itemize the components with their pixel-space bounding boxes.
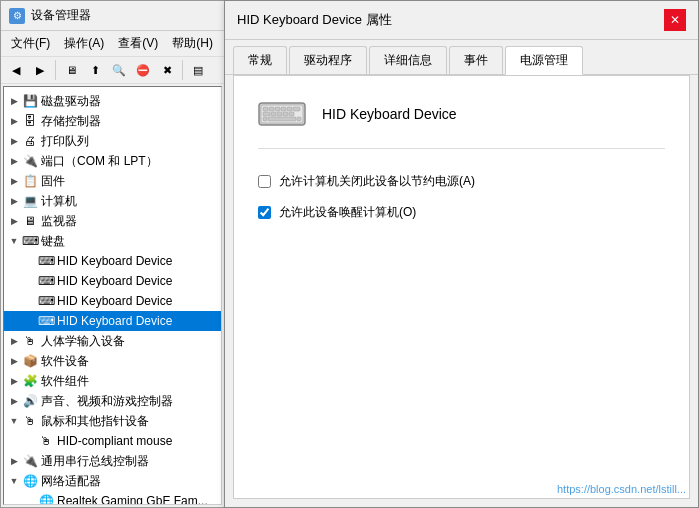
menu-help[interactable]: 帮助(H) <box>166 33 219 54</box>
tree-item-disk[interactable]: ▶💾磁盘驱动器 <box>4 91 221 111</box>
svg-rect-11 <box>283 112 288 116</box>
tree-item-print[interactable]: ▶🖨打印队列 <box>4 131 221 151</box>
tree-expand-software-device[interactable]: ▶ <box>6 353 22 369</box>
tree-item-human-input[interactable]: ▶🖱人体学输入设备 <box>4 331 221 351</box>
tree-expand-hid2 <box>22 273 38 289</box>
dialog-content: HID Keyboard Device 允许计算机关闭此设备以节约电源(A)允许… <box>233 75 690 499</box>
tree-item-firmware[interactable]: ▶📋固件 <box>4 171 221 191</box>
label-allow_computer_turn_off: 允许计算机关闭此设备以节约电源(A) <box>279 173 475 190</box>
device-name-label: HID Keyboard Device <box>322 106 457 122</box>
tree-label-hid2: HID Keyboard Device <box>57 272 172 290</box>
tree-item-hid-mouse[interactable]: 🖱HID-compliant mouse <box>4 431 221 451</box>
tree-label-mouse-parent: 鼠标和其他指针设备 <box>41 412 149 430</box>
tree-expand-audio[interactable]: ▶ <box>6 393 22 409</box>
keyboard-hid-icon: ⌨ <box>38 313 54 329</box>
tree-expand-mouse-parent[interactable]: ▼ <box>6 413 22 429</box>
tree-label-usb-serial: 通用串行总线控制器 <box>41 452 149 470</box>
tree-label-software-device: 软件设备 <box>41 352 89 370</box>
tree-item-hid3[interactable]: ⌨HID Keyboard Device <box>4 291 221 311</box>
tree-label-monitor: 监视器 <box>41 212 77 230</box>
tree-expand-usb-serial[interactable]: ▶ <box>6 453 22 469</box>
checkbox-allow_wake_computer[interactable] <box>258 206 271 219</box>
tree-expand-disk[interactable]: ▶ <box>6 93 22 109</box>
tree-item-software-component[interactable]: ▶🧩软件组件 <box>4 371 221 391</box>
watermark: https://blog.csdn.net/lstill... <box>557 483 686 495</box>
tab-详细信息[interactable]: 详细信息 <box>369 46 447 74</box>
forward-button[interactable]: ▶ <box>29 59 51 81</box>
tree-expand-port[interactable]: ▶ <box>6 153 22 169</box>
tab-驱动程序[interactable]: 驱动程序 <box>289 46 367 74</box>
svg-rect-13 <box>268 117 296 121</box>
device-header: HID Keyboard Device <box>258 96 665 149</box>
tree-expand-network-parent[interactable]: ▼ <box>6 473 22 489</box>
device-manager-title: 设备管理器 <box>31 7 91 24</box>
tree-expand-print[interactable]: ▶ <box>6 133 22 149</box>
tree-item-port[interactable]: ▶🔌端口（COM 和 LPT） <box>4 151 221 171</box>
keyboard-icon: ⌨ <box>22 233 38 249</box>
tree-item-computer[interactable]: ▶💻计算机 <box>4 191 221 211</box>
device-manager-icon: ⚙ <box>9 8 25 24</box>
label-allow_wake_computer: 允许此设备唤醒计算机(O) <box>279 204 416 221</box>
tree-item-audio[interactable]: ▶🔊声音、视频和游戏控制器 <box>4 391 221 411</box>
mouse-hid-icon: 🖱 <box>38 433 54 449</box>
tree-item-hid1[interactable]: ⌨HID Keyboard Device <box>4 251 221 271</box>
tree-label-software-component: 软件组件 <box>41 372 89 390</box>
tree-item-mouse-parent[interactable]: ▼🖱鼠标和其他指针设备 <box>4 411 221 431</box>
keyboard-hid-icon: ⌨ <box>38 273 54 289</box>
device-tree[interactable]: ▶💾磁盘驱动器▶🗄存储控制器▶🖨打印队列▶🔌端口（COM 和 LPT）▶📋固件▶… <box>3 86 222 505</box>
tab-电源管理[interactable]: 电源管理 <box>505 46 583 75</box>
human-input-icon: 🖱 <box>22 333 38 349</box>
tree-item-network-parent[interactable]: ▼🌐网络适配器 <box>4 471 221 491</box>
more-button[interactable]: ▤ <box>187 59 209 81</box>
tree-expand-hid-mouse <box>22 433 38 449</box>
tree-item-hid4[interactable]: ⌨HID Keyboard Device <box>4 311 221 331</box>
tree-expand-monitor[interactable]: ▶ <box>6 213 22 229</box>
dialog-title: HID Keyboard Device 属性 <box>237 11 392 29</box>
tree-item-software-device[interactable]: ▶📦软件设备 <box>4 351 221 371</box>
close-button[interactable]: ✕ <box>664 9 686 31</box>
tree-item-keyboard[interactable]: ▼⌨键盘 <box>4 231 221 251</box>
menu-view[interactable]: 查看(V) <box>112 33 164 54</box>
tab-常规[interactable]: 常规 <box>233 46 287 74</box>
tree-item-realtek[interactable]: 🌐Realtek Gaming GbE Fam... <box>4 491 221 505</box>
tree-label-firmware: 固件 <box>41 172 65 190</box>
uninstall-button[interactable]: ✖ <box>156 59 178 81</box>
tree-item-usb-serial[interactable]: ▶🔌通用串行总线控制器 <box>4 451 221 471</box>
tree-expand-hid4 <box>22 313 38 329</box>
tree-item-monitor[interactable]: ▶🖥监视器 <box>4 211 221 231</box>
menu-file[interactable]: 文件(F) <box>5 33 56 54</box>
tree-label-human-input: 人体学输入设备 <box>41 332 125 350</box>
dialog-titlebar: HID Keyboard Device 属性 ✕ <box>225 1 698 40</box>
tab-事件[interactable]: 事件 <box>449 46 503 74</box>
menu-action[interactable]: 操作(A) <box>58 33 110 54</box>
disable-button[interactable]: ⛔ <box>132 59 154 81</box>
power-option-allow_computer_turn_off: 允许计算机关闭此设备以节约电源(A) <box>258 173 665 190</box>
tree-label-print: 打印队列 <box>41 132 89 150</box>
port-icon: 🔌 <box>22 153 38 169</box>
tree-label-storage: 存储控制器 <box>41 112 101 130</box>
tree-expand-keyboard[interactable]: ▼ <box>6 233 22 249</box>
checkbox-allow_computer_turn_off[interactable] <box>258 175 271 188</box>
usb-icon: 🔌 <box>22 453 38 469</box>
svg-rect-3 <box>269 107 274 111</box>
tree-label-port: 端口（COM 和 LPT） <box>41 152 158 170</box>
svg-rect-8 <box>263 112 270 116</box>
svg-rect-7 <box>293 107 300 111</box>
tree-expand-hid1 <box>22 253 38 269</box>
tree-expand-human-input[interactable]: ▶ <box>6 333 22 349</box>
svg-rect-14 <box>263 117 267 121</box>
toolbar-separator-1 <box>55 60 56 80</box>
tree-expand-storage[interactable]: ▶ <box>6 113 22 129</box>
tree-item-hid2[interactable]: ⌨HID Keyboard Device <box>4 271 221 291</box>
software-icon: 📦 <box>22 353 38 369</box>
scan-button[interactable]: 🔍 <box>108 59 130 81</box>
tree-expand-software-component[interactable]: ▶ <box>6 373 22 389</box>
toolbar: ◀ ▶ 🖥 ⬆ 🔍 ⛔ ✖ ▤ <box>1 57 224 84</box>
tree-item-storage[interactable]: ▶🗄存储控制器 <box>4 111 221 131</box>
update-driver-button[interactable]: ⬆ <box>84 59 106 81</box>
tree-expand-computer[interactable]: ▶ <box>6 193 22 209</box>
svg-rect-9 <box>271 112 276 116</box>
properties-button[interactable]: 🖥 <box>60 59 82 81</box>
tree-expand-firmware[interactable]: ▶ <box>6 173 22 189</box>
back-button[interactable]: ◀ <box>5 59 27 81</box>
